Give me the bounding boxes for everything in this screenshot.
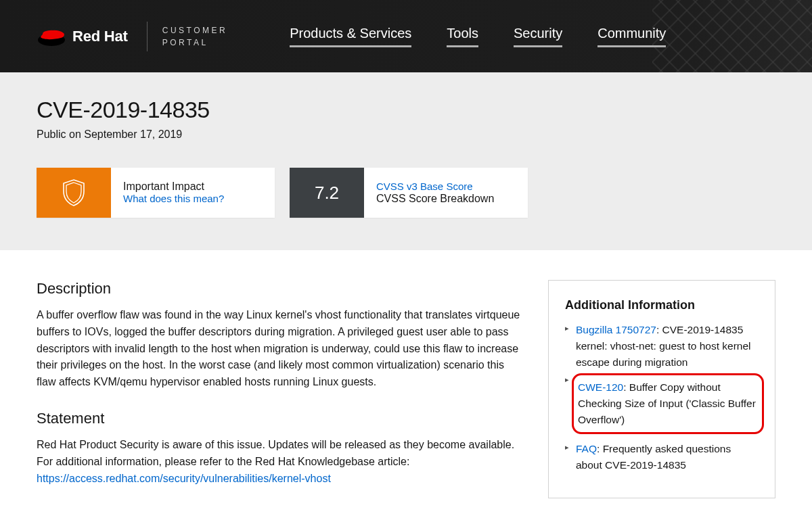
score-card: 7.2 CVSS v3 Base Score CVSS Score Breakd… xyxy=(290,168,528,218)
public-date: Public on September 17, 2019 xyxy=(37,128,775,141)
impact-card: Important Impact What does this mean? xyxy=(37,168,275,218)
additional-info-heading: Additional Information xyxy=(565,298,759,312)
main-content: Description A buffer overflow flaw was f… xyxy=(0,250,812,520)
portal-label-line2: PORTAL xyxy=(162,37,227,49)
impact-help-link[interactable]: What does this mean? xyxy=(123,193,224,204)
public-date-value: September 17, 2019 xyxy=(84,128,182,140)
nav-security[interactable]: Security xyxy=(514,26,562,47)
faq-link[interactable]: FAQ xyxy=(576,443,597,454)
highlight-annotation: CWE-120: Buffer Copy without Checking Si… xyxy=(572,373,764,434)
cvss-base-score-link[interactable]: CVSS v3 Base Score xyxy=(376,181,473,192)
main-left-column: Description A buffer overflow flaw was f… xyxy=(37,280,521,506)
list-item: Bugzilla 1750727: CVE-2019-14835 kernel:… xyxy=(565,322,759,371)
brand-name: Red Hat xyxy=(72,28,128,45)
statement-link[interactable]: https://access.redhat.com/security/vulne… xyxy=(37,473,331,484)
nav-products-services[interactable]: Products & Services xyxy=(290,26,411,47)
portal-label: CUSTOMER PORTAL xyxy=(162,24,227,49)
summary-cards: Important Impact What does this mean? 7.… xyxy=(37,168,775,218)
public-date-prefix: Public on xyxy=(37,128,84,140)
cvss-breakdown-label: CVSS Score Breakdown xyxy=(376,193,494,205)
header-divider xyxy=(147,22,148,51)
description-heading: Description xyxy=(37,280,521,298)
statement-body: Red Hat Product Security is aware of thi… xyxy=(37,437,521,487)
cwe-link[interactable]: CWE-120 xyxy=(578,381,623,393)
statement-heading: Statement xyxy=(37,410,521,427)
logo-block[interactable]: Red Hat xyxy=(37,25,128,48)
svg-point-3 xyxy=(43,30,60,37)
list-item: FAQ: Frequently asked questions about CV… xyxy=(565,441,759,473)
redhat-logo-icon xyxy=(37,25,66,48)
header-pattern xyxy=(652,0,812,72)
list-item: CWE-120: Buffer Copy without Checking Si… xyxy=(565,373,759,434)
main-right-column: Additional Information Bugzilla 1750727:… xyxy=(548,280,775,506)
cvss-score-value: 7.2 xyxy=(290,168,364,218)
site-header: Red Hat CUSTOMER PORTAL Products & Servi… xyxy=(0,0,812,72)
summary-band: CVE-2019-14835 Public on September 17, 2… xyxy=(0,72,812,250)
shield-icon xyxy=(61,178,87,208)
portal-label-line1: CUSTOMER xyxy=(162,24,227,37)
list-item-text: : Frequently asked questions about CVE-2… xyxy=(576,443,731,471)
impact-badge xyxy=(37,168,111,218)
page-title: CVE-2019-14835 xyxy=(37,97,775,123)
description-body: A buffer overflow flaw was found in the … xyxy=(37,307,521,391)
bugzilla-link[interactable]: Bugzilla 1750727 xyxy=(576,324,656,335)
impact-label: Important Impact xyxy=(123,181,224,193)
svg-rect-1 xyxy=(652,0,812,72)
additional-info-box: Additional Information Bugzilla 1750727:… xyxy=(548,280,775,498)
nav-tools[interactable]: Tools xyxy=(447,26,478,47)
statement-text: Red Hat Product Security is aware of thi… xyxy=(37,439,514,467)
additional-info-list: Bugzilla 1750727: CVE-2019-14835 kernel:… xyxy=(565,322,759,473)
primary-nav: Products & Services Tools Security Commu… xyxy=(290,26,666,47)
